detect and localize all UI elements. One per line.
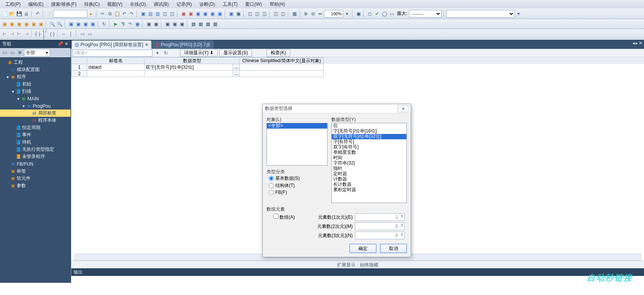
hline-icon[interactable]: ─	[60, 31, 67, 37]
paste-icon[interactable]: 📋	[114, 10, 120, 17]
undo2-icon[interactable]: ↶	[121, 10, 128, 17]
close-icon[interactable]: ✕	[145, 42, 148, 47]
list-item[interactable]: 单精度实数	[332, 150, 406, 155]
mod4-icon[interactable]: ▣	[23, 21, 30, 27]
list-item[interactable]: 字符串(32)	[332, 161, 406, 166]
tab-local-label-settings[interactable]: ▤ ProgPou [PRG] [局部标签设置] ✕	[72, 40, 151, 49]
zoom-out-icon[interactable]: ⊖	[310, 10, 316, 17]
tree-main[interactable]: ▾▣MAIN	[0, 95, 71, 102]
menu-record[interactable]: 记录(R)	[173, 0, 196, 8]
tree-label[interactable]: ▣标签	[0, 168, 71, 175]
tab-next-icon[interactable]: ▸	[636, 40, 638, 46]
tree-param[interactable]: ▣参数	[0, 182, 71, 189]
tree-fbfun[interactable]: ▣FB/FUN	[0, 160, 71, 168]
monitor3-icon[interactable]: ◫	[261, 10, 268, 17]
mod1-icon[interactable]: ▣	[1, 21, 8, 27]
menu-debug[interactable]: 调试(B)	[150, 0, 173, 8]
filter-go-icon[interactable]: ▾	[154, 50, 161, 56]
cascade-icon[interactable]: ▣	[355, 10, 362, 17]
radio-basic[interactable]: 基本数据(S)	[269, 175, 328, 182]
refresh-icon[interactable]: ↻	[101, 21, 108, 27]
tree-program[interactable]: ▾▣程序	[0, 73, 71, 81]
coil-icon[interactable]: ( )	[49, 31, 56, 37]
array-checkbox[interactable]: 数组(A)	[273, 214, 295, 220]
ok-button[interactable]: 确定	[350, 244, 376, 253]
tab-ld-program[interactable]: ▤ ProgPou [PRG] [LD] 7步	[152, 40, 214, 49]
tree-device[interactable]: ▣软元件	[0, 175, 71, 182]
save-icon[interactable]: 💾	[16, 10, 22, 17]
rebuild-icon[interactable]: ▣	[187, 10, 194, 17]
dev-c-icon[interactable]: ▣	[82, 21, 89, 27]
win4-icon[interactable]: ▦	[212, 21, 218, 27]
dev-icon[interactable]: ◫	[161, 10, 168, 17]
display-settings-button[interactable]: 显示设置(S)	[219, 49, 252, 57]
nav-scope-select[interactable]: 全部▾	[24, 49, 50, 56]
cell-type[interactable]	[145, 71, 233, 77]
list-item[interactable]: <全部>	[267, 123, 327, 129]
monitor-icon[interactable]: ◫	[246, 10, 253, 17]
menu-tools[interactable]: 工具(T)	[219, 0, 241, 8]
convert-icon[interactable]: ▣	[194, 10, 201, 17]
tab-close-icon[interactable]: ✕	[639, 40, 642, 46]
dev-read-icon[interactable]: ▤	[147, 10, 154, 17]
menu-window[interactable]: 窗口(W)	[241, 0, 265, 8]
grid-row[interactable]: 2 …	[71, 71, 644, 77]
tree-program-body[interactable]: ▤程序本体	[0, 117, 71, 124]
help-icon[interactable]: ❔	[46, 10, 53, 17]
mod3-icon[interactable]: ▣	[16, 21, 22, 27]
cell-name[interactable]: datard	[87, 64, 145, 71]
no-contact-icon[interactable]: ┤├	[34, 31, 41, 37]
xy-icon[interactable]: ▣	[134, 21, 141, 27]
blk3-icon[interactable]: ▣	[178, 21, 185, 27]
dialog-close-button[interactable]: ✕	[398, 105, 408, 112]
check-icon[interactable]: ▣	[209, 10, 216, 17]
pin-icon[interactable]: 📌 ✕	[58, 41, 68, 47]
grid-icon[interactable]: ▦	[291, 10, 298, 17]
dev2-icon[interactable]: ◫	[169, 10, 175, 17]
check2-icon[interactable]: ▣	[216, 10, 223, 17]
tree-project[interactable]: ▣工程	[0, 59, 71, 66]
find2-icon[interactable]: 🔍	[56, 21, 63, 27]
help-search-input[interactable]	[53, 10, 87, 18]
cancel-icon[interactable]: ◯	[381, 10, 388, 17]
list-item[interactable]: 字[有符号]	[332, 139, 406, 145]
filter-input[interactable]: <筛选>	[72, 50, 153, 56]
dev-write-icon[interactable]: ▣	[140, 10, 146, 17]
detail-display-button[interactable]: 详细显示(Y) ⬇	[180, 49, 218, 57]
mod5-icon[interactable]: ▣	[30, 21, 37, 27]
find-icon[interactable]: 🔍	[49, 21, 56, 27]
type-picker-button[interactable]: …	[233, 71, 240, 77]
menu-convert[interactable]: 转换(C)	[80, 0, 104, 8]
blk1-icon[interactable]: ▣	[164, 21, 171, 27]
step-icon[interactable]: ↷	[127, 21, 133, 27]
dim3-spinner[interactable]: 0	[355, 232, 405, 239]
cell-type[interactable]: 双字[无符号]/位串[32位]	[145, 64, 233, 71]
dev-b-icon[interactable]: ▣	[75, 21, 82, 27]
new-icon[interactable]: 📄	[1, 10, 8, 17]
cancel-button[interactable]: 取消	[380, 244, 407, 253]
convert-all-icon[interactable]: ▣	[202, 10, 209, 17]
tree-progpou[interactable]: ▾▣ProgPou	[0, 102, 71, 110]
dev-d-icon[interactable]: ▣	[89, 21, 96, 27]
ld2-icon[interactable]: ⊣	[8, 31, 15, 37]
sim-stop-icon[interactable]: ▣	[235, 10, 242, 17]
tree-unreg[interactable]: 📙未登录程序	[0, 153, 71, 160]
check-button[interactable]: 检查(K)	[267, 49, 290, 57]
tree-fixed-cycle[interactable]: 📘恒定周期	[0, 124, 71, 131]
build-icon[interactable]: ▣	[180, 10, 187, 17]
dropdown2-icon[interactable]: ▾	[515, 10, 522, 17]
ld1-icon[interactable]: ⊢	[1, 31, 8, 37]
list-item[interactable]: 累积定时器	[332, 187, 406, 193]
dropdown-icon[interactable]: ▾	[344, 10, 350, 17]
mod2-icon[interactable]: ▣	[8, 21, 15, 27]
object-listbox[interactable]: <全部>	[267, 123, 328, 166]
tree-module-config[interactable]: ▤模块配置图	[0, 66, 71, 73]
menu-online[interactable]: 在线(O)	[126, 0, 149, 8]
tree-local-label[interactable]: ▤局部标签	[0, 110, 71, 117]
tree-event[interactable]: 📘事件	[0, 131, 71, 139]
list-item[interactable]: 定时器	[332, 171, 406, 177]
dim1-spinner[interactable]: 1	[355, 213, 405, 221]
win3-icon[interactable]: ▦	[204, 21, 211, 27]
cell-name[interactable]	[87, 71, 145, 77]
tab-prev-icon[interactable]: ◂	[633, 40, 635, 46]
